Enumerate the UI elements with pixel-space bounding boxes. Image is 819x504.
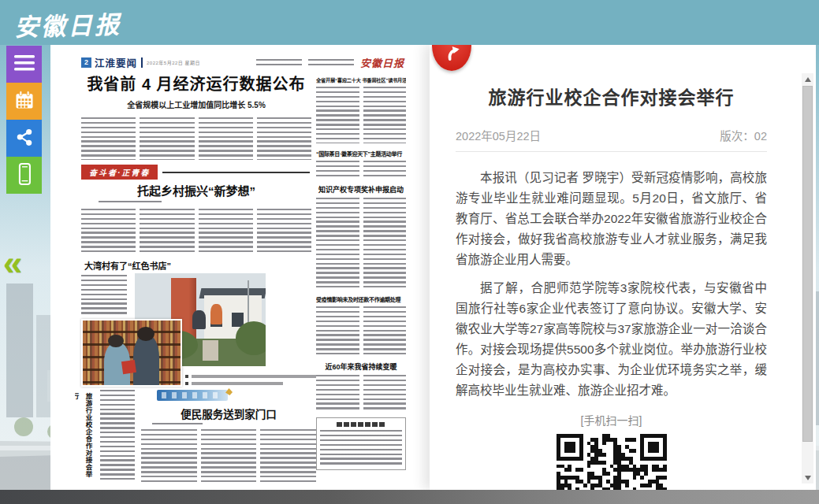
header-meta: 安徽日报	[256, 55, 404, 70]
body-columns	[81, 209, 311, 254]
site-logo: 安徽日报	[13, 5, 121, 43]
pseudo-text-column	[316, 306, 359, 355]
right-column: 全省开展“喜迎二十大 书香润社区”读书月活动 “国际茶日·徽茶迎天下”主题活动举…	[316, 76, 406, 470]
menu-button[interactable]	[6, 46, 42, 83]
divider	[456, 151, 767, 152]
stone-pillar	[203, 340, 218, 361]
person	[192, 310, 206, 329]
article-title: 旅游行业校企合作对接会举行	[456, 83, 767, 109]
pseudo-text-column	[363, 87, 407, 143]
headline-warming[interactable]: 近60年来我省持续变暖	[316, 361, 406, 372]
pseudo-text-column	[260, 429, 316, 483]
hamburger-icon	[14, 55, 35, 74]
subheadline-main: 全省规模以上工业增加值同比增长 5.5%	[81, 98, 311, 110]
bush	[236, 321, 266, 354]
headline-rural[interactable]: 托起乡村振兴“新梦想”	[81, 182, 311, 198]
share-icon	[14, 127, 35, 150]
masthead-logo: 安徽日报	[360, 55, 404, 70]
article-paragraph: 本报讯（见习记者 罗晓宇）受新冠疫情影响，高校旅游专业毕业生就业难问题显现。5月…	[456, 168, 767, 270]
pseudo-text-column	[201, 429, 257, 483]
scrollbar[interactable]	[802, 73, 813, 484]
byline	[152, 423, 203, 426]
column-ribbon	[157, 390, 228, 401]
collapse-chevron[interactable]: «	[3, 246, 22, 280]
byline	[99, 201, 162, 205]
mobile-button[interactable]	[6, 157, 42, 194]
bookshelf	[83, 321, 181, 385]
section-title: 江淮要闻	[95, 55, 137, 70]
person-head	[137, 327, 154, 341]
pseudo-text-column	[81, 117, 136, 160]
pseudo-text-column	[363, 306, 407, 355]
pseudo-text-column	[199, 117, 253, 160]
app: 安徽日报	[0, 0, 819, 504]
reader-panel: 2 江淮要闻 2022年5月22日 星期日 安徽日报 我省前 4 月经济运行数据…	[50, 45, 816, 490]
newspaper-dateline: 2022年5月22日 星期日	[147, 59, 200, 66]
headline-main[interactable]: 我省前 4 月经济运行数据公布	[81, 75, 311, 94]
newspaper-page[interactable]: 2 江淮要闻 2022年5月22日 星期日 安徽日报 我省前 4 月经济运行数据…	[75, 50, 408, 484]
article-paragraph: 据了解，合肥师范学院等3家院校代表，与安徽省中国旅行社等6家企业代表签订了意向协…	[456, 278, 767, 401]
boxed-story[interactable]	[316, 417, 406, 470]
body-columns	[81, 117, 311, 160]
pseudo-text-column	[363, 161, 407, 178]
headline-loan-policy[interactable]: 受疫情影响未及时还款不作逾期处理	[316, 295, 406, 303]
column-banner: 奋斗者·正青春	[81, 165, 158, 180]
article-content: 旅游行业校企合作对接会举行 2022年05月22日 版次：02 本报讯（见习记者…	[456, 45, 767, 490]
headline-reading-month[interactable]: 全省开展“喜迎二十大 书香润社区”读书月活动	[316, 76, 406, 83]
qr-code	[557, 434, 667, 490]
headline-tourism-vertical[interactable]: 旅游行业校企合作对接会举行	[81, 393, 95, 484]
pseudo-text-column	[363, 198, 407, 289]
body-columns	[316, 198, 406, 289]
body-column	[100, 390, 135, 483]
pseudo-text-column	[316, 161, 359, 178]
pseudo-text-column	[257, 117, 311, 160]
bottom-bar	[0, 490, 819, 504]
red-book	[121, 360, 136, 375]
smartphone-icon	[14, 162, 35, 189]
headline-tea-day[interactable]: “国际茶日·徽茶迎天下”主题活动举行	[316, 150, 406, 158]
main-story[interactable]: 我省前 4 月经济运行数据公布 全省规模以上工业增加值同比增长 5.5%	[81, 75, 311, 160]
headline-service[interactable]: 便民服务送到家门口	[141, 406, 316, 421]
calendar-icon	[13, 89, 35, 114]
body-column	[81, 275, 127, 314]
pseudo-text-column	[316, 375, 359, 411]
pseudo-text-column	[140, 117, 194, 160]
article-date: 2022年05月22日	[456, 127, 541, 143]
person	[210, 304, 222, 324]
photo-story[interactable]: 大湾村有了“红色书店”	[81, 259, 311, 385]
headline-bookstore[interactable]: 大湾村有了“红色书店”	[84, 259, 187, 272]
boxed-headline	[337, 422, 385, 427]
body-columns	[316, 375, 406, 411]
body-columns	[316, 87, 406, 143]
pseudo-text-column	[81, 209, 136, 254]
scroll-up-arrow[interactable]	[802, 73, 813, 85]
pseudo-text	[256, 59, 302, 66]
column-banner-row: 奋斗者·正青春	[81, 165, 310, 180]
divider	[141, 57, 143, 68]
person	[133, 335, 158, 385]
pseudo-text-column	[316, 87, 359, 143]
qr-caption: [手机扫一扫]	[456, 412, 767, 428]
bookstore-photo	[81, 319, 182, 387]
body-columns	[141, 429, 316, 483]
top-banner: 安徽日报	[0, 0, 819, 45]
share-button[interactable]	[6, 120, 42, 157]
article-panel: 旅游行业校企合作对接会举行 2022年05月22日 版次：02 本报讯（见习记者…	[430, 45, 816, 490]
pseudo-text	[320, 430, 402, 466]
article-meta: 2022年05月22日 版次：02	[456, 127, 767, 143]
pseudo-text-column	[141, 429, 197, 483]
pseudo-text-column	[316, 198, 359, 289]
headline-ip-subsidy[interactable]: 知识产权专项奖补申报启动	[316, 184, 406, 195]
newspaper-header: 2 江淮要闻 2022年5月22日 星期日 安徽日报	[81, 54, 404, 70]
pseudo-text	[308, 59, 354, 66]
photo-captions	[185, 371, 316, 385]
calendar-button[interactable]	[6, 83, 42, 120]
scroll-down-arrow[interactable]	[802, 472, 813, 484]
sidebar	[6, 46, 42, 194]
pseudo-text-column	[257, 209, 311, 254]
page-number-badge: 2	[81, 57, 91, 68]
divider	[162, 172, 310, 173]
body-columns	[316, 306, 406, 355]
scrollbar-thumb[interactable]	[802, 86, 813, 442]
pseudo-text-column	[140, 209, 194, 254]
